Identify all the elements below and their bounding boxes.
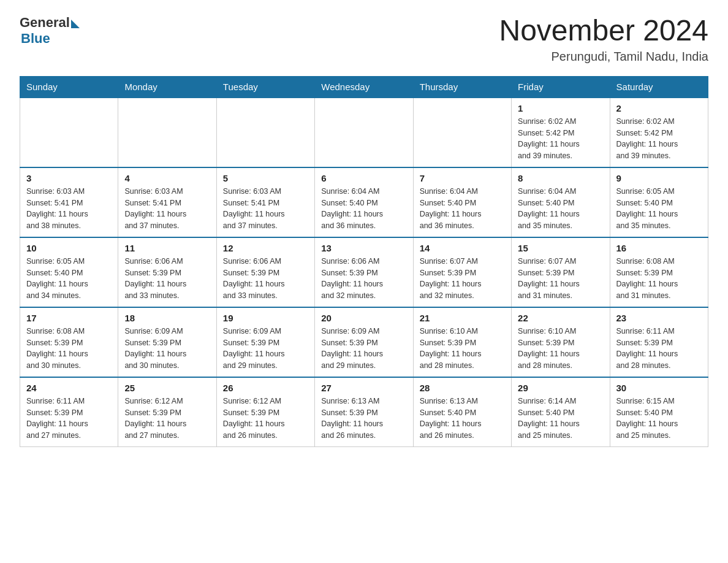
day-info: Sunrise: 6:04 AMSunset: 5:40 PMDaylight:… bbox=[518, 186, 603, 232]
calendar-cell: 23Sunrise: 6:11 AMSunset: 5:39 PMDayligh… bbox=[610, 307, 708, 377]
calendar-cell bbox=[20, 98, 118, 167]
day-info: Sunrise: 6:11 AMSunset: 5:39 PMDaylight:… bbox=[26, 396, 112, 442]
calendar-cell: 8Sunrise: 6:04 AMSunset: 5:40 PMDaylight… bbox=[512, 167, 610, 237]
day-number: 24 bbox=[26, 383, 112, 393]
day-info: Sunrise: 6:02 AMSunset: 5:42 PMDaylight:… bbox=[518, 116, 603, 162]
calendar-cell: 1Sunrise: 6:02 AMSunset: 5:42 PMDaylight… bbox=[512, 98, 610, 167]
day-info: Sunrise: 6:06 AMSunset: 5:39 PMDaylight:… bbox=[321, 256, 406, 302]
logo-general-text: General bbox=[20, 15, 70, 31]
calendar-week-row: 24Sunrise: 6:11 AMSunset: 5:39 PMDayligh… bbox=[20, 377, 708, 447]
day-info: Sunrise: 6:08 AMSunset: 5:39 PMDaylight:… bbox=[26, 326, 112, 372]
day-info: Sunrise: 6:05 AMSunset: 5:40 PMDaylight:… bbox=[26, 256, 112, 302]
calendar-cell bbox=[118, 98, 216, 167]
calendar-table: SundayMondayTuesdayWednesdayThursdayFrid… bbox=[20, 76, 708, 447]
calendar-cell: 10Sunrise: 6:05 AMSunset: 5:40 PMDayligh… bbox=[20, 237, 118, 307]
day-number: 4 bbox=[124, 173, 210, 183]
calendar-cell: 2Sunrise: 6:02 AMSunset: 5:42 PMDaylight… bbox=[610, 98, 708, 167]
day-number: 8 bbox=[518, 173, 603, 183]
calendar-cell: 30Sunrise: 6:15 AMSunset: 5:40 PMDayligh… bbox=[610, 377, 708, 447]
weekday-header-saturday: Saturday bbox=[610, 76, 708, 98]
weekday-header-wednesday: Wednesday bbox=[315, 76, 413, 98]
day-info: Sunrise: 6:11 AMSunset: 5:39 PMDaylight:… bbox=[616, 326, 702, 372]
calendar-cell: 12Sunrise: 6:06 AMSunset: 5:39 PMDayligh… bbox=[216, 237, 314, 307]
calendar-cell: 27Sunrise: 6:13 AMSunset: 5:39 PMDayligh… bbox=[315, 377, 413, 447]
day-number: 19 bbox=[223, 313, 308, 323]
day-info: Sunrise: 6:03 AMSunset: 5:41 PMDaylight:… bbox=[26, 186, 112, 232]
day-number: 23 bbox=[616, 313, 702, 323]
day-info: Sunrise: 6:05 AMSunset: 5:40 PMDaylight:… bbox=[616, 186, 702, 232]
calendar-cell: 13Sunrise: 6:06 AMSunset: 5:39 PMDayligh… bbox=[315, 237, 413, 307]
calendar-cell bbox=[315, 98, 413, 167]
title-section: November 2024 Perungudi, Tamil Nadu, Ind… bbox=[499, 15, 708, 64]
day-number: 9 bbox=[616, 173, 702, 183]
day-number: 3 bbox=[26, 173, 112, 183]
day-number: 17 bbox=[26, 313, 112, 323]
calendar-cell bbox=[413, 98, 511, 167]
day-number: 16 bbox=[616, 243, 702, 253]
day-number: 13 bbox=[321, 243, 406, 253]
weekday-header-thursday: Thursday bbox=[413, 76, 511, 98]
calendar-cell: 9Sunrise: 6:05 AMSunset: 5:40 PMDaylight… bbox=[610, 167, 708, 237]
calendar-cell: 19Sunrise: 6:09 AMSunset: 5:39 PMDayligh… bbox=[216, 307, 314, 377]
day-info: Sunrise: 6:12 AMSunset: 5:39 PMDaylight:… bbox=[223, 396, 308, 442]
day-number: 15 bbox=[518, 243, 603, 253]
day-number: 26 bbox=[223, 383, 308, 393]
calendar-cell: 21Sunrise: 6:10 AMSunset: 5:39 PMDayligh… bbox=[413, 307, 511, 377]
day-number: 2 bbox=[616, 103, 702, 113]
logo: General Blue bbox=[20, 15, 80, 47]
calendar-cell: 5Sunrise: 6:03 AMSunset: 5:41 PMDaylight… bbox=[216, 167, 314, 237]
weekday-header-row: SundayMondayTuesdayWednesdayThursdayFrid… bbox=[20, 76, 708, 98]
calendar-cell: 3Sunrise: 6:03 AMSunset: 5:41 PMDaylight… bbox=[20, 167, 118, 237]
day-number: 7 bbox=[420, 173, 505, 183]
day-info: Sunrise: 6:06 AMSunset: 5:39 PMDaylight:… bbox=[223, 256, 308, 302]
calendar-cell: 11Sunrise: 6:06 AMSunset: 5:39 PMDayligh… bbox=[118, 237, 216, 307]
day-info: Sunrise: 6:03 AMSunset: 5:41 PMDaylight:… bbox=[124, 186, 210, 232]
day-number: 18 bbox=[124, 313, 210, 323]
calendar-cell: 28Sunrise: 6:13 AMSunset: 5:40 PMDayligh… bbox=[413, 377, 511, 447]
day-info: Sunrise: 6:09 AMSunset: 5:39 PMDaylight:… bbox=[321, 326, 406, 372]
calendar-subtitle: Perungudi, Tamil Nadu, India bbox=[499, 50, 708, 64]
calendar-week-row: 1Sunrise: 6:02 AMSunset: 5:42 PMDaylight… bbox=[20, 98, 708, 167]
calendar-cell: 7Sunrise: 6:04 AMSunset: 5:40 PMDaylight… bbox=[413, 167, 511, 237]
calendar-cell: 20Sunrise: 6:09 AMSunset: 5:39 PMDayligh… bbox=[315, 307, 413, 377]
calendar-cell: 4Sunrise: 6:03 AMSunset: 5:41 PMDaylight… bbox=[118, 167, 216, 237]
day-info: Sunrise: 6:13 AMSunset: 5:39 PMDaylight:… bbox=[321, 396, 406, 442]
day-info: Sunrise: 6:10 AMSunset: 5:39 PMDaylight:… bbox=[518, 326, 603, 372]
weekday-header-tuesday: Tuesday bbox=[216, 76, 314, 98]
day-number: 29 bbox=[518, 383, 603, 393]
day-number: 28 bbox=[420, 383, 505, 393]
day-info: Sunrise: 6:08 AMSunset: 5:39 PMDaylight:… bbox=[616, 256, 702, 302]
day-info: Sunrise: 6:04 AMSunset: 5:40 PMDaylight:… bbox=[420, 186, 505, 232]
day-info: Sunrise: 6:02 AMSunset: 5:42 PMDaylight:… bbox=[616, 116, 702, 162]
calendar-week-row: 10Sunrise: 6:05 AMSunset: 5:40 PMDayligh… bbox=[20, 237, 708, 307]
day-info: Sunrise: 6:12 AMSunset: 5:39 PMDaylight:… bbox=[124, 396, 210, 442]
day-number: 1 bbox=[518, 103, 603, 113]
day-number: 12 bbox=[223, 243, 308, 253]
calendar-cell: 26Sunrise: 6:12 AMSunset: 5:39 PMDayligh… bbox=[216, 377, 314, 447]
calendar-cell: 15Sunrise: 6:07 AMSunset: 5:39 PMDayligh… bbox=[512, 237, 610, 307]
day-number: 21 bbox=[420, 313, 505, 323]
day-number: 25 bbox=[124, 383, 210, 393]
calendar-cell: 18Sunrise: 6:09 AMSunset: 5:39 PMDayligh… bbox=[118, 307, 216, 377]
calendar-cell: 22Sunrise: 6:10 AMSunset: 5:39 PMDayligh… bbox=[512, 307, 610, 377]
calendar-cell: 16Sunrise: 6:08 AMSunset: 5:39 PMDayligh… bbox=[610, 237, 708, 307]
day-number: 22 bbox=[518, 313, 603, 323]
calendar-week-row: 3Sunrise: 6:03 AMSunset: 5:41 PMDaylight… bbox=[20, 167, 708, 237]
day-number: 11 bbox=[124, 243, 210, 253]
day-info: Sunrise: 6:14 AMSunset: 5:40 PMDaylight:… bbox=[518, 396, 603, 442]
day-number: 6 bbox=[321, 173, 406, 183]
calendar-cell: 25Sunrise: 6:12 AMSunset: 5:39 PMDayligh… bbox=[118, 377, 216, 447]
weekday-header-monday: Monday bbox=[118, 76, 216, 98]
calendar-cell: 24Sunrise: 6:11 AMSunset: 5:39 PMDayligh… bbox=[20, 377, 118, 447]
calendar-cell: 29Sunrise: 6:14 AMSunset: 5:40 PMDayligh… bbox=[512, 377, 610, 447]
calendar-cell bbox=[216, 98, 314, 167]
day-info: Sunrise: 6:06 AMSunset: 5:39 PMDaylight:… bbox=[124, 256, 210, 302]
day-info: Sunrise: 6:10 AMSunset: 5:39 PMDaylight:… bbox=[420, 326, 505, 372]
calendar-cell: 17Sunrise: 6:08 AMSunset: 5:39 PMDayligh… bbox=[20, 307, 118, 377]
day-number: 27 bbox=[321, 383, 406, 393]
day-number: 20 bbox=[321, 313, 406, 323]
day-info: Sunrise: 6:09 AMSunset: 5:39 PMDaylight:… bbox=[124, 326, 210, 372]
day-number: 10 bbox=[26, 243, 112, 253]
day-number: 30 bbox=[616, 383, 702, 393]
day-info: Sunrise: 6:03 AMSunset: 5:41 PMDaylight:… bbox=[223, 186, 308, 232]
